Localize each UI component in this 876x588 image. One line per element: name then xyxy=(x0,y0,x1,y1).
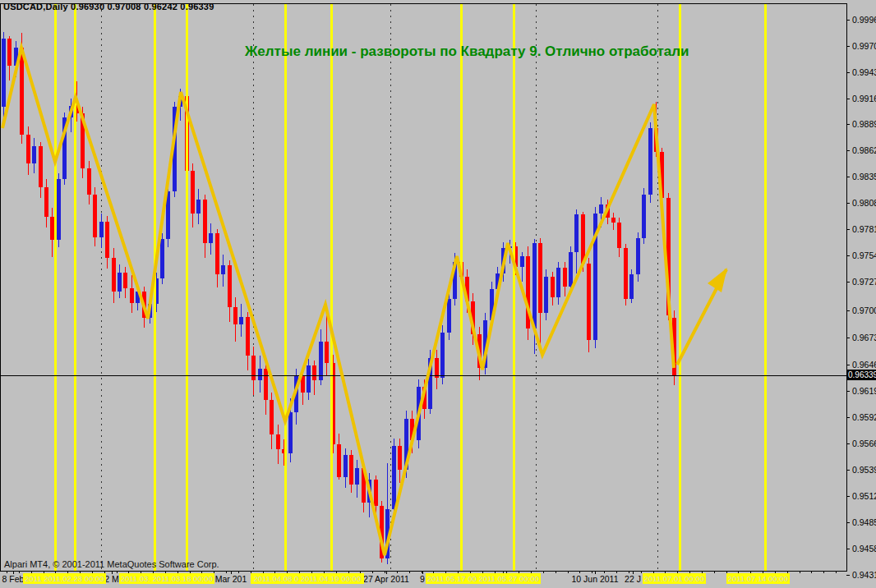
time-axis-label: 10 Jun 2011 xyxy=(571,574,618,584)
price-axis-label: 0.99700 xyxy=(852,41,876,51)
copyright-text: Alpari MT4, © 2001-2011 MetaQuotes Softw… xyxy=(4,559,219,569)
candle-body-bear xyxy=(191,171,195,214)
candle-body-bear xyxy=(246,317,250,356)
time-axis-label: Mar 201 xyxy=(215,574,247,584)
candle-body-bull xyxy=(544,277,548,313)
price-axis-label: 0.96735 xyxy=(852,333,876,342)
square9-reversal-vline[interactable] xyxy=(284,4,287,571)
square9-reversal-vline[interactable] xyxy=(330,4,333,571)
price-axis-label: 0.98890 xyxy=(852,119,876,129)
price-axis-label: 0.97275 xyxy=(852,277,876,287)
price-axis-label: 0.98080 xyxy=(852,198,876,208)
candle-body-bull xyxy=(319,342,323,380)
candle-body-bull xyxy=(569,252,573,287)
candle-body-bull xyxy=(642,195,646,238)
price-axis-label: 0.97005 xyxy=(852,305,876,315)
price-axis-label: 0.96465 xyxy=(852,360,876,370)
candle-body-bull xyxy=(307,365,311,393)
candle-body-bull xyxy=(636,238,640,274)
price-axis-label: 0.95120 xyxy=(852,491,876,501)
chart-title-ohlc: USDCAD,Daily 0.96930 0.97008 0.96242 0.9… xyxy=(3,2,214,11)
bid-price-tag: 0.96339 xyxy=(847,370,876,380)
price-axis-label: 0.95925 xyxy=(852,412,876,422)
candle-body-bear xyxy=(215,233,219,274)
candle-body-bear xyxy=(325,342,329,363)
candle-body-bull xyxy=(32,146,36,163)
square9-reversal-vline[interactable] xyxy=(54,4,57,571)
candle-body-bull xyxy=(160,239,164,278)
candle-body-bear xyxy=(624,248,628,299)
square9-reversal-vline[interactable] xyxy=(679,4,681,571)
square9-reversal-vline[interactable] xyxy=(74,4,76,571)
candle-body-bear xyxy=(50,217,54,240)
price-axis-label: 0.99965 xyxy=(852,15,876,25)
candle-body-bear xyxy=(39,146,43,187)
candle-body-bear xyxy=(264,369,268,400)
reversal-vline-date-label: 2011.04.08 0 2011.04.19 00:00 xyxy=(251,573,364,584)
candle-body-bull xyxy=(392,446,396,509)
price-axis-label: 0.94580 xyxy=(852,544,876,554)
candle-body-bear xyxy=(276,434,280,449)
time-axis-label: 22 J xyxy=(625,574,641,584)
candle-body-bear xyxy=(7,39,12,66)
reversal-vline-date-label: 2011.05.17 00 2011.05.27 00:00 xyxy=(426,573,541,584)
candle-body-bear xyxy=(435,358,439,378)
price-axis-label: 0.95390 xyxy=(852,465,876,475)
candle-body-bull xyxy=(209,233,213,243)
price-axis-label: 0.98350 xyxy=(852,172,876,181)
candle-body-bear xyxy=(349,455,353,485)
candle-body-bull xyxy=(343,455,348,477)
candle-body-bear xyxy=(312,365,316,380)
price-axis-label: 0.94850 xyxy=(852,517,876,527)
candle-body-bull xyxy=(2,39,6,107)
candle-body-bear xyxy=(130,288,134,303)
candle-body-bear xyxy=(270,400,274,434)
price-axis-label: 0.98620 xyxy=(852,145,876,155)
square9-reversal-vline[interactable] xyxy=(513,4,515,571)
candle-body-bear xyxy=(398,446,402,470)
price-axis-label: 0.96195 xyxy=(852,386,876,396)
candle-body-bear xyxy=(123,273,127,288)
square9-reversal-vline[interactable] xyxy=(764,4,767,571)
time-axis-label: 8 Feb xyxy=(2,574,25,584)
time-axis-label: 27 Apr 2011 xyxy=(363,574,409,584)
candle-body-bear xyxy=(538,243,542,313)
forecast-arrow-head[interactable] xyxy=(708,268,727,292)
candle-body-bull xyxy=(239,317,243,324)
candle-body-bear xyxy=(20,48,24,135)
candle-body-bear xyxy=(93,195,97,237)
candle-body-bear xyxy=(203,200,207,243)
candle-body-bull xyxy=(221,265,225,274)
candle-body-bear xyxy=(337,444,341,477)
candle-body-bear xyxy=(26,135,30,163)
candle-body-bear xyxy=(374,480,378,506)
price-axis-label: 0.97815 xyxy=(852,224,876,234)
price-axis-label: 0.95660 xyxy=(852,439,876,448)
reversal-vline-date-label: 2011.07.14 00:00 xyxy=(726,573,790,584)
candle-body-bull xyxy=(447,299,451,333)
candle-body-bull xyxy=(520,256,524,267)
time-axis-label: 2 M xyxy=(104,574,119,584)
candle-body-bear xyxy=(105,222,109,258)
price-axis-label: 0.94310 xyxy=(852,570,876,580)
candle-body-bear xyxy=(581,214,585,264)
candle-body-bull xyxy=(533,243,537,328)
price-axis-label: 0.99160 xyxy=(852,94,876,103)
price-chart-canvas[interactable] xyxy=(0,0,876,588)
candle-body-bull xyxy=(574,214,579,252)
candle-body-bull xyxy=(57,179,61,240)
candle-body-bull xyxy=(556,268,560,297)
square9-reversal-vline[interactable] xyxy=(186,4,188,571)
reversal-vline-date-label: 2011.03. 2011.03.18 00:00 xyxy=(119,573,214,584)
candle-body-bear xyxy=(611,218,616,223)
candle-body-bull xyxy=(288,412,293,453)
reversal-vline-date-label: 2011.07.01 00:00 xyxy=(643,573,706,584)
square9-zigzag-trendline[interactable] xyxy=(2,48,674,555)
candle-body-bear xyxy=(587,264,591,340)
candle-body-bull xyxy=(629,274,634,299)
mt4-chart-window: 0.999650.997000.994300.991600.988900.986… xyxy=(0,0,876,588)
candle-body-bear xyxy=(563,268,567,287)
chart-annotation-text: Желтые линии - развороты по Квадрату 9. … xyxy=(245,44,689,60)
candle-body-bear xyxy=(251,356,256,380)
candle-body-bull xyxy=(196,200,201,214)
